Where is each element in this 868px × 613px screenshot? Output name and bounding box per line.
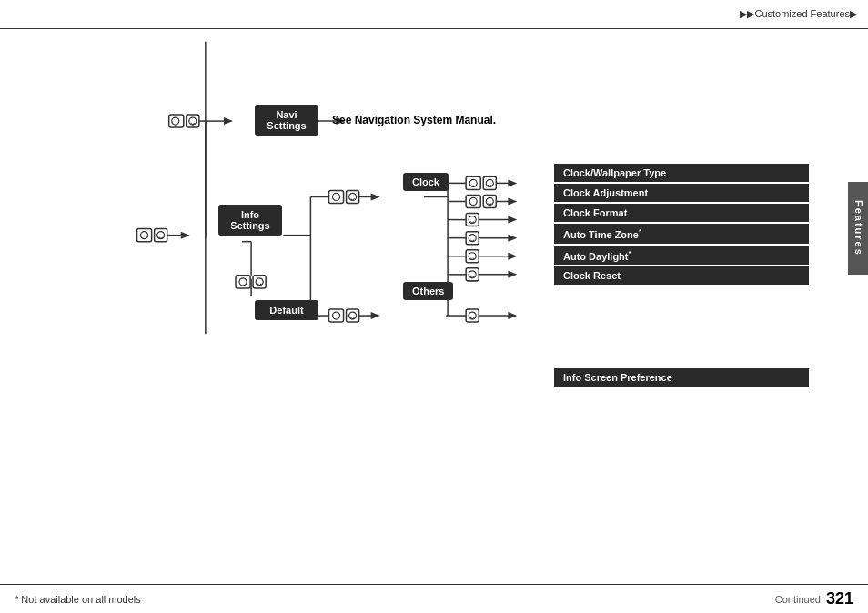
menu-item-5: Clock Reset (554, 266, 809, 285)
breadcrumb: ▶▶Customized Features▶ (740, 8, 857, 20)
navi-settings-box: NaviSettings (255, 105, 318, 136)
svg-rect-29 (347, 309, 359, 322)
svg-rect-43 (466, 176, 480, 189)
header-bar: ▶▶Customized Features▶ (0, 0, 868, 29)
footnote: * Not available on all models (15, 594, 141, 605)
svg-rect-50 (466, 195, 480, 207)
bottom-right: Continued 321 (775, 589, 853, 608)
svg-marker-32 (371, 312, 380, 319)
svg-marker-7 (224, 117, 233, 125)
svg-marker-65 (508, 235, 517, 242)
svg-marker-55 (508, 197, 517, 205)
default-box: Default (255, 300, 318, 320)
menu-item-4: Auto Daylight* (554, 246, 809, 266)
diagram-area: NaviSettings See Navigation System Manua… (27, 36, 841, 577)
svg-rect-2 (169, 115, 184, 127)
svg-rect-36 (253, 276, 266, 288)
continued-label: Continued (775, 594, 821, 605)
svg-rect-77 (466, 309, 479, 322)
svg-rect-27 (328, 309, 343, 322)
others-label-box: Others (403, 282, 453, 300)
svg-rect-67 (466, 250, 479, 263)
svg-rect-45 (483, 176, 496, 189)
svg-marker-60 (508, 216, 517, 224)
svg-marker-80 (508, 312, 517, 319)
svg-rect-72 (466, 268, 479, 281)
page-number: 321 (826, 589, 853, 608)
menu-item-3: Auto Time Zone* (554, 224, 809, 244)
svg-rect-11 (137, 229, 152, 242)
svg-rect-62 (466, 232, 479, 245)
menu-items-column: Clock/Wallpaper Type Clock Adjustment Cl… (554, 164, 809, 387)
svg-rect-22 (347, 190, 359, 203)
sidebar-features-label: Features (848, 182, 868, 275)
svg-rect-20 (328, 190, 343, 203)
svg-rect-34 (236, 276, 250, 288)
breadcrumb-text: ▶▶Customized Features▶ (740, 8, 857, 20)
svg-rect-4 (187, 115, 199, 127)
svg-marker-16 (181, 232, 190, 239)
clock-label-box: Clock (403, 173, 449, 191)
svg-rect-52 (483, 195, 496, 207)
svg-marker-75 (508, 271, 517, 278)
svg-rect-13 (155, 229, 167, 242)
svg-marker-70 (508, 253, 517, 260)
bottom-bar: * Not available on all models Continued … (0, 584, 868, 613)
menu-item-1: Clock Adjustment (554, 184, 809, 202)
svg-marker-25 (371, 193, 380, 200)
menu-item-6: Info Screen Preference (554, 368, 809, 387)
info-settings-box: InfoSettings (218, 205, 282, 236)
svg-marker-48 (508, 179, 517, 186)
navi-instruction-text: See Navigation System Manual. (332, 114, 496, 126)
menu-item-0: Clock/Wallpaper Type (554, 164, 809, 182)
svg-rect-57 (466, 214, 479, 226)
menu-item-2: Clock Format (554, 204, 809, 222)
